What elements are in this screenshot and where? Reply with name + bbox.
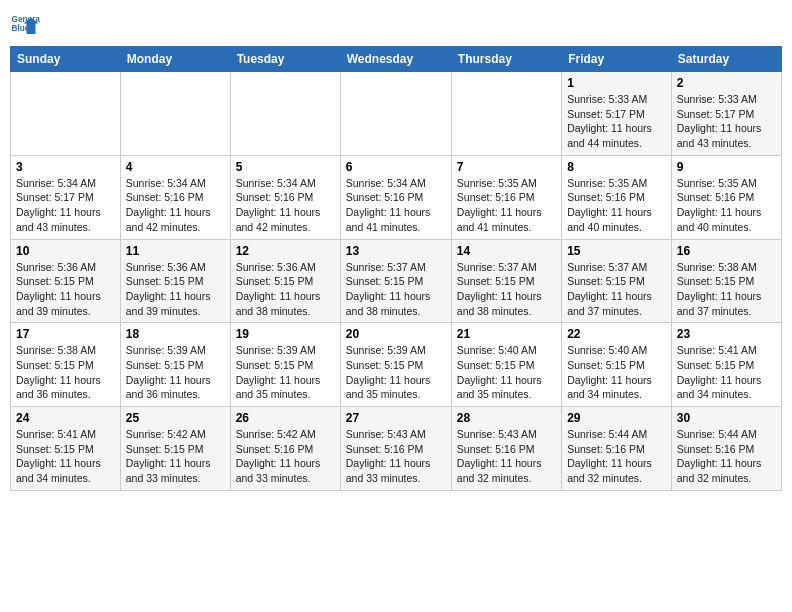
- day-number: 4: [126, 160, 225, 174]
- day-info: Sunrise: 5:34 AM Sunset: 5:16 PM Dayligh…: [346, 176, 446, 235]
- day-info: Sunrise: 5:33 AM Sunset: 5:17 PM Dayligh…: [567, 92, 666, 151]
- day-number: 13: [346, 244, 446, 258]
- calendar-cell: 3Sunrise: 5:34 AM Sunset: 5:17 PM Daylig…: [11, 155, 121, 239]
- day-number: 17: [16, 327, 115, 341]
- day-info: Sunrise: 5:43 AM Sunset: 5:16 PM Dayligh…: [346, 427, 446, 486]
- day-info: Sunrise: 5:36 AM Sunset: 5:15 PM Dayligh…: [126, 260, 225, 319]
- day-number: 26: [236, 411, 335, 425]
- calendar-cell: [230, 72, 340, 156]
- week-row-2: 3Sunrise: 5:34 AM Sunset: 5:17 PM Daylig…: [11, 155, 782, 239]
- calendar-cell: 27Sunrise: 5:43 AM Sunset: 5:16 PM Dayli…: [340, 407, 451, 491]
- day-number: 29: [567, 411, 666, 425]
- calendar-cell: 21Sunrise: 5:40 AM Sunset: 5:15 PM Dayli…: [451, 323, 561, 407]
- day-info: Sunrise: 5:35 AM Sunset: 5:16 PM Dayligh…: [567, 176, 666, 235]
- calendar-cell: 8Sunrise: 5:35 AM Sunset: 5:16 PM Daylig…: [562, 155, 672, 239]
- weekday-header-sunday: Sunday: [11, 47, 121, 72]
- day-number: 16: [677, 244, 776, 258]
- day-info: Sunrise: 5:44 AM Sunset: 5:16 PM Dayligh…: [567, 427, 666, 486]
- calendar-cell: 29Sunrise: 5:44 AM Sunset: 5:16 PM Dayli…: [562, 407, 672, 491]
- calendar-cell: 13Sunrise: 5:37 AM Sunset: 5:15 PM Dayli…: [340, 239, 451, 323]
- week-row-4: 17Sunrise: 5:38 AM Sunset: 5:15 PM Dayli…: [11, 323, 782, 407]
- day-info: Sunrise: 5:41 AM Sunset: 5:15 PM Dayligh…: [16, 427, 115, 486]
- day-info: Sunrise: 5:42 AM Sunset: 5:16 PM Dayligh…: [236, 427, 335, 486]
- day-number: 18: [126, 327, 225, 341]
- calendar-cell: 9Sunrise: 5:35 AM Sunset: 5:16 PM Daylig…: [671, 155, 781, 239]
- day-number: 24: [16, 411, 115, 425]
- calendar-cell: 10Sunrise: 5:36 AM Sunset: 5:15 PM Dayli…: [11, 239, 121, 323]
- calendar-cell: 18Sunrise: 5:39 AM Sunset: 5:15 PM Dayli…: [120, 323, 230, 407]
- day-info: Sunrise: 5:38 AM Sunset: 5:15 PM Dayligh…: [16, 343, 115, 402]
- day-number: 25: [126, 411, 225, 425]
- calendar-cell: 6Sunrise: 5:34 AM Sunset: 5:16 PM Daylig…: [340, 155, 451, 239]
- day-info: Sunrise: 5:35 AM Sunset: 5:16 PM Dayligh…: [457, 176, 556, 235]
- day-info: Sunrise: 5:37 AM Sunset: 5:15 PM Dayligh…: [346, 260, 446, 319]
- day-info: Sunrise: 5:41 AM Sunset: 5:15 PM Dayligh…: [677, 343, 776, 402]
- calendar-cell: 19Sunrise: 5:39 AM Sunset: 5:15 PM Dayli…: [230, 323, 340, 407]
- weekday-header-monday: Monday: [120, 47, 230, 72]
- calendar-cell: 22Sunrise: 5:40 AM Sunset: 5:15 PM Dayli…: [562, 323, 672, 407]
- week-row-5: 24Sunrise: 5:41 AM Sunset: 5:15 PM Dayli…: [11, 407, 782, 491]
- day-info: Sunrise: 5:39 AM Sunset: 5:15 PM Dayligh…: [236, 343, 335, 402]
- day-number: 8: [567, 160, 666, 174]
- day-number: 28: [457, 411, 556, 425]
- day-info: Sunrise: 5:36 AM Sunset: 5:15 PM Dayligh…: [16, 260, 115, 319]
- weekday-header-thursday: Thursday: [451, 47, 561, 72]
- day-number: 2: [677, 76, 776, 90]
- day-number: 9: [677, 160, 776, 174]
- weekday-header-tuesday: Tuesday: [230, 47, 340, 72]
- day-info: Sunrise: 5:37 AM Sunset: 5:15 PM Dayligh…: [457, 260, 556, 319]
- calendar-cell: 23Sunrise: 5:41 AM Sunset: 5:15 PM Dayli…: [671, 323, 781, 407]
- calendar-cell: 28Sunrise: 5:43 AM Sunset: 5:16 PM Dayli…: [451, 407, 561, 491]
- day-info: Sunrise: 5:34 AM Sunset: 5:17 PM Dayligh…: [16, 176, 115, 235]
- logo: General Blue: [10, 10, 40, 40]
- day-info: Sunrise: 5:43 AM Sunset: 5:16 PM Dayligh…: [457, 427, 556, 486]
- weekday-header-row: SundayMondayTuesdayWednesdayThursdayFrid…: [11, 47, 782, 72]
- week-row-1: 1Sunrise: 5:33 AM Sunset: 5:17 PM Daylig…: [11, 72, 782, 156]
- day-number: 7: [457, 160, 556, 174]
- day-number: 20: [346, 327, 446, 341]
- day-number: 10: [16, 244, 115, 258]
- day-number: 11: [126, 244, 225, 258]
- calendar-cell: 25Sunrise: 5:42 AM Sunset: 5:15 PM Dayli…: [120, 407, 230, 491]
- day-info: Sunrise: 5:38 AM Sunset: 5:15 PM Dayligh…: [677, 260, 776, 319]
- day-info: Sunrise: 5:39 AM Sunset: 5:15 PM Dayligh…: [126, 343, 225, 402]
- calendar-table: SundayMondayTuesdayWednesdayThursdayFrid…: [10, 46, 782, 491]
- calendar-cell: [451, 72, 561, 156]
- day-info: Sunrise: 5:42 AM Sunset: 5:15 PM Dayligh…: [126, 427, 225, 486]
- day-number: 15: [567, 244, 666, 258]
- page-header: General Blue: [10, 10, 782, 40]
- day-info: Sunrise: 5:36 AM Sunset: 5:15 PM Dayligh…: [236, 260, 335, 319]
- calendar-cell: 11Sunrise: 5:36 AM Sunset: 5:15 PM Dayli…: [120, 239, 230, 323]
- day-info: Sunrise: 5:33 AM Sunset: 5:17 PM Dayligh…: [677, 92, 776, 151]
- weekday-header-saturday: Saturday: [671, 47, 781, 72]
- day-info: Sunrise: 5:39 AM Sunset: 5:15 PM Dayligh…: [346, 343, 446, 402]
- calendar-cell: 15Sunrise: 5:37 AM Sunset: 5:15 PM Dayli…: [562, 239, 672, 323]
- day-info: Sunrise: 5:34 AM Sunset: 5:16 PM Dayligh…: [236, 176, 335, 235]
- calendar-cell: 17Sunrise: 5:38 AM Sunset: 5:15 PM Dayli…: [11, 323, 121, 407]
- calendar-cell: 16Sunrise: 5:38 AM Sunset: 5:15 PM Dayli…: [671, 239, 781, 323]
- weekday-header-friday: Friday: [562, 47, 672, 72]
- calendar-cell: 30Sunrise: 5:44 AM Sunset: 5:16 PM Dayli…: [671, 407, 781, 491]
- day-number: 5: [236, 160, 335, 174]
- calendar-cell: [120, 72, 230, 156]
- day-info: Sunrise: 5:44 AM Sunset: 5:16 PM Dayligh…: [677, 427, 776, 486]
- day-number: 1: [567, 76, 666, 90]
- day-number: 23: [677, 327, 776, 341]
- calendar-cell: 4Sunrise: 5:34 AM Sunset: 5:16 PM Daylig…: [120, 155, 230, 239]
- logo-icon: General Blue: [10, 10, 40, 40]
- calendar-cell: 12Sunrise: 5:36 AM Sunset: 5:15 PM Dayli…: [230, 239, 340, 323]
- calendar-cell: [340, 72, 451, 156]
- calendar-cell: 14Sunrise: 5:37 AM Sunset: 5:15 PM Dayli…: [451, 239, 561, 323]
- day-number: 22: [567, 327, 666, 341]
- calendar-cell: 7Sunrise: 5:35 AM Sunset: 5:16 PM Daylig…: [451, 155, 561, 239]
- day-number: 6: [346, 160, 446, 174]
- day-number: 21: [457, 327, 556, 341]
- day-info: Sunrise: 5:40 AM Sunset: 5:15 PM Dayligh…: [457, 343, 556, 402]
- week-row-3: 10Sunrise: 5:36 AM Sunset: 5:15 PM Dayli…: [11, 239, 782, 323]
- day-number: 3: [16, 160, 115, 174]
- day-info: Sunrise: 5:34 AM Sunset: 5:16 PM Dayligh…: [126, 176, 225, 235]
- calendar-cell: 20Sunrise: 5:39 AM Sunset: 5:15 PM Dayli…: [340, 323, 451, 407]
- weekday-header-wednesday: Wednesday: [340, 47, 451, 72]
- calendar-cell: 5Sunrise: 5:34 AM Sunset: 5:16 PM Daylig…: [230, 155, 340, 239]
- day-number: 14: [457, 244, 556, 258]
